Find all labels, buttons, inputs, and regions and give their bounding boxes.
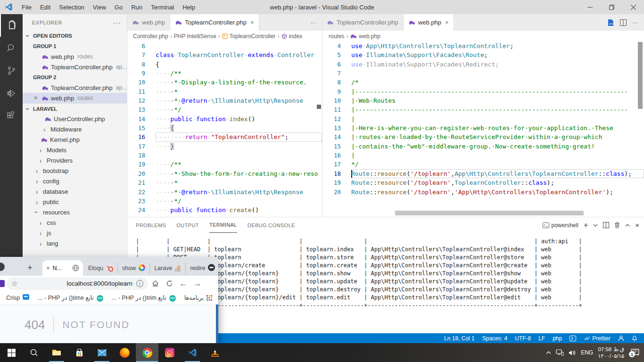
close-tab-icon[interactable]: × [445,19,449,26]
panel-tab-terminal[interactable]: TERMINAL [209,217,237,233]
volume-icon[interactable] [569,350,576,356]
tree-item-config[interactable]: ›config [23,176,127,186]
split-editor-icon[interactable] [620,19,627,26]
tab-close-icon[interactable]: × [46,264,50,272]
terminal-shell-picker[interactable]: powershell [543,222,578,229]
restore-button[interactable] [601,0,622,14]
extensions-icon[interactable] [0,105,23,127]
taskbar-vscode[interactable] [181,343,204,362]
editor-tab-ToplearnController.php[interactable]: ToplearnController.php× [170,14,259,31]
more-actions-icon[interactable]: ··· [632,19,638,26]
editor-group2-code[interactable]: 4use·App\Http\Controllers\ToplearnContro… [322,41,644,217]
editor-group1-code[interactable]: 67class·ToplearnController·extends·Contr… [127,41,322,217]
breadcrumb-item[interactable]: routes [329,33,344,40]
tray-expand-icon[interactable] [546,351,551,354]
open-editor-item[interactable]: web.phproutes [23,51,127,62]
tree-item-models[interactable]: ›Models [23,145,127,155]
breadcrumb-item[interactable]: PHP IntelliSense [174,33,216,40]
terminal-dropdown-icon[interactable] [593,223,598,227]
editor-tab-ToplearnController.php[interactable]: ToplearnController.php [322,14,404,31]
status-eol[interactable]: LF [538,335,545,342]
tree-item-css[interactable]: ›css [23,217,127,228]
browser-tab-eloqu[interactable]: Eloqu [84,263,117,274]
bookmark-php-code[interactable]: تابع time() در PHP - ...</> [34,293,107,303]
network-icon[interactable] [556,349,564,356]
browser-tab-show[interactable]: show [117,263,149,274]
minimize-button[interactable] [579,0,601,14]
open-editors-header[interactable]: › OPEN EDITORS [23,31,127,41]
tree-item-usercontroller-php[interactable]: UserController.php [23,114,127,124]
port-forward-icon[interactable] [570,336,576,341]
taskbar-ms-store[interactable] [68,343,91,362]
language-indicator[interactable]: ENG [581,349,593,356]
open-editor-item[interactable]: ToplearnController.phpap... [23,82,127,93]
tree-item-database[interactable]: ›database [23,186,127,197]
url-text[interactable]: localhost:8000/toplearn [17,280,136,287]
search-icon[interactable] [0,37,23,59]
reload-icon[interactable] [162,280,176,288]
menu-terminal[interactable]: Terminal [147,3,178,12]
breadcrumb-item[interactable]: ToplearnController [230,33,276,40]
taskbar-start[interactable] [0,343,23,362]
tree-item-resources[interactable]: ›resources [23,207,127,217]
account-icon[interactable] [618,335,624,341]
open-editor-item[interactable]: ToplearnController.phpap... [23,62,127,72]
forward-icon[interactable]: → [190,279,205,288]
site-info-icon[interactable]: i [136,280,143,287]
kill-terminal-trash-icon[interactable] [614,222,620,228]
new-tab-button[interactable]: + [27,263,33,273]
close-button[interactable] [622,0,644,14]
taskbar-file-explorer[interactable] [45,343,68,362]
close-editor-icon[interactable]: × [34,95,41,101]
browser-tab-larave[interactable]: Larave [149,263,185,274]
panel-tab-output[interactable]: OUTPUT [176,217,199,233]
sidebar-more-actions-icon[interactable]: ··· [113,19,121,26]
tree-item-js[interactable]: ›js [23,228,127,238]
back-icon[interactable]: ← [176,279,190,288]
panel-tab-debug-console[interactable]: DEBUG CONSOLE [248,217,295,233]
bookmark-php-code[interactable]: تابع trim() در PHP - ...</> [108,293,179,303]
status-language-mode[interactable]: php [553,335,562,342]
menu-selection[interactable]: Selection [55,3,88,12]
close-panel-icon[interactable]: × [635,221,639,229]
bookmark-chat[interactable]: Crisp [3,293,33,302]
browser-active-tab[interactable]: × N... [42,260,83,276]
notifications-bell-icon[interactable] [632,335,637,341]
address-bar[interactable]: ☆ localhost:8000/toplearn i [7,277,148,290]
breadcrumb-item[interactable]: web.php [359,33,380,40]
editor-tab-web.php[interactable]: web.php× [404,14,454,31]
tree-item-public[interactable]: ›public [23,197,127,207]
tree-item-middleware[interactable]: ›Middleware [23,124,127,134]
status-indentation[interactable]: Spaces: 4 [482,335,507,342]
run-debug-icon[interactable] [0,82,23,105]
laravel-section-header[interactable]: › LARAVEL [23,103,127,114]
menu-edit[interactable]: Edit [36,3,55,12]
close-tab-icon[interactable]: × [250,19,254,26]
taskbar-firefox[interactable] [113,343,136,362]
split-terminal-icon[interactable] [603,222,609,228]
panel-tab-problems[interactable]: PROBLEMS [136,217,166,233]
breadcrumb-item[interactable]: Controller.php [133,33,168,40]
editor-group2-vertical-scrollbar[interactable] [638,42,643,109]
bookmark-apps-grid[interactable]: برنامه‌ها [181,293,215,302]
maximize-panel-icon[interactable] [625,223,630,227]
prettier-status[interactable]: ✓✓Prettier [584,335,611,342]
clipped-tab-favicon[interactable] [0,263,5,271]
open-editor-item[interactable]: ×web.phproutes [23,93,127,103]
taskbar-windows-search[interactable] [23,343,45,362]
pinned-extension-icon[interactable] [0,280,5,287]
home-icon[interactable] [148,280,162,288]
more-actions-icon[interactable]: ··· [310,19,316,26]
tree-item-lang[interactable]: ›lang [23,238,127,248]
editor-group1-scrollbar[interactable] [317,105,321,109]
run-php-icon[interactable]: PHP [607,19,614,26]
new-terminal-icon[interactable]: + [584,221,588,230]
menu-run[interactable]: Run [127,3,147,12]
explorer-icon[interactable] [0,14,23,37]
editor-group-divider[interactable] [322,14,322,217]
menu-view[interactable]: View [89,3,110,12]
taskbar-clock[interactable]: 07:58ق.ظ ۱۴۰۰/۰۵/۱۵ [598,346,624,359]
status-encoding[interactable]: UTF-8 [515,335,531,342]
source-control-icon[interactable] [0,59,23,82]
browser-tab-redire[interactable]: redire [185,263,219,274]
